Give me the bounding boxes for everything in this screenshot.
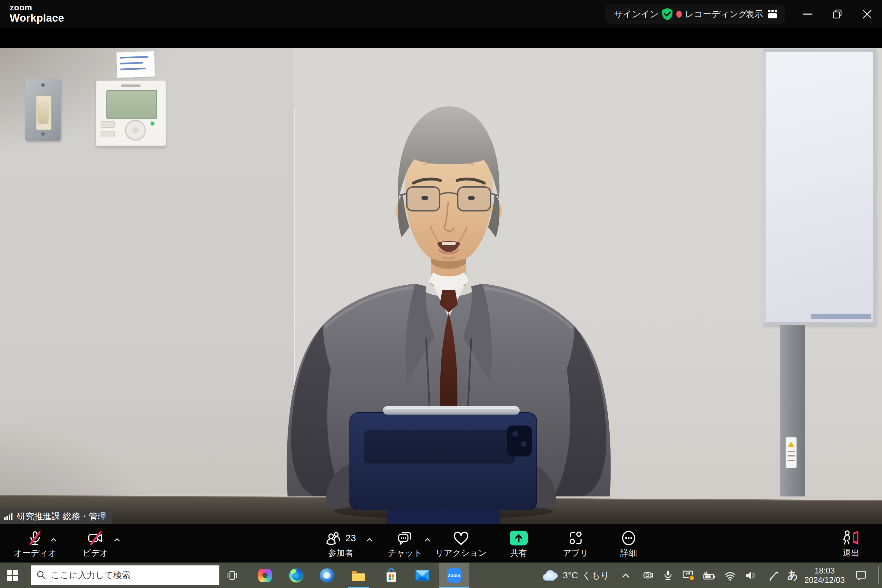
audio-button[interactable]: オーディオ xyxy=(14,524,56,562)
minimize-button[interactable] xyxy=(797,0,819,28)
action-center-button[interactable] xyxy=(852,562,870,588)
camera-lens xyxy=(512,431,518,437)
chat-button[interactable]: チャット xyxy=(388,524,422,562)
meeting-room-scene: 研究推進課 総務・管理 xyxy=(0,48,882,524)
leave-label: 退出 xyxy=(843,548,860,559)
participant-name-text: 研究推進課 総務・管理 xyxy=(17,511,106,522)
audio-label: オーディオ xyxy=(14,548,56,559)
participant-count: 23 xyxy=(346,533,356,543)
leave-button[interactable]: 退出 xyxy=(842,524,860,562)
speaker-icon xyxy=(745,570,757,580)
search-input[interactable] xyxy=(51,570,219,580)
edge-icon xyxy=(289,568,303,582)
clock-time: 18:03 xyxy=(814,566,835,575)
heart-icon xyxy=(453,530,470,546)
weather-condition: くもり xyxy=(582,569,610,582)
tray-pen[interactable] xyxy=(765,562,782,588)
zoom-app-icon: zoom xyxy=(447,568,462,583)
participants-options-chevron[interactable] xyxy=(366,537,373,543)
security-shield-icon[interactable] xyxy=(662,0,673,28)
taskbar-app-store[interactable] xyxy=(380,562,403,588)
video-button[interactable]: ビデオ xyxy=(82,524,108,562)
video-label: ビデオ xyxy=(82,548,108,559)
taskbar-clock[interactable]: 18:03 2024/12/03 xyxy=(802,562,847,588)
camera-lens xyxy=(520,441,526,447)
task-view-button[interactable] xyxy=(222,562,242,588)
participant-name-label: 研究推進課 総務・管理 xyxy=(0,509,112,524)
apps-label: アプリ xyxy=(563,548,589,559)
apps-button[interactable]: アプリ xyxy=(563,524,589,562)
weather-temp: 3°C xyxy=(563,570,578,580)
search-icon xyxy=(36,570,46,580)
reactions-label: リアクション xyxy=(435,548,487,559)
tablet-cover-crease xyxy=(364,430,515,464)
microsoft-store-icon xyxy=(385,568,398,583)
share-screen-button[interactable]: 共有 xyxy=(510,524,528,562)
tray-volume[interactable] xyxy=(742,562,760,588)
tray-wifi[interactable] xyxy=(722,562,739,588)
audio-options-chevron[interactable] xyxy=(50,537,57,543)
taskbar-app-copilot[interactable] xyxy=(254,562,277,588)
running-indicator xyxy=(439,587,470,588)
taskbar-app-thunderbird[interactable] xyxy=(315,562,339,588)
chevron-up-icon xyxy=(621,572,630,579)
more-label: 詳細 xyxy=(620,548,637,559)
show-desktop-separator[interactable] xyxy=(878,566,879,584)
task-view-icon xyxy=(226,570,238,581)
more-button[interactable]: 詳細 xyxy=(620,524,637,562)
windows-logo-icon xyxy=(7,570,18,581)
connection-signal-icon xyxy=(4,512,13,521)
chat-label: チャット xyxy=(388,548,422,559)
clock-date: 2024/12/03 xyxy=(804,575,844,585)
view-label: 表示 xyxy=(746,8,763,20)
start-button[interactable] xyxy=(0,562,25,588)
close-button[interactable] xyxy=(856,0,878,28)
logo-workplace-text: Workplace xyxy=(10,13,64,23)
tray-microphone[interactable] xyxy=(660,562,676,588)
hidden-icons-button[interactable] xyxy=(618,562,634,588)
participants-button[interactable]: 23 参加者 xyxy=(326,524,356,562)
participants-icon xyxy=(326,530,342,546)
more-ellipsis-icon xyxy=(620,530,637,546)
tray-camera[interactable] xyxy=(640,562,656,588)
restore-button[interactable] xyxy=(826,0,848,28)
leave-meeting-icon xyxy=(842,530,860,546)
pen-icon xyxy=(768,570,779,581)
ime-label: あ xyxy=(787,568,798,582)
presenter-illustration xyxy=(0,48,882,524)
zoom-workplace-window: zoom Workplace サインイン レコーディング 表示 xyxy=(0,0,882,588)
taskbar-search[interactable] xyxy=(31,565,219,585)
weather-widget[interactable]: 3°C くもり xyxy=(542,562,610,588)
view-button[interactable]: 表示 xyxy=(746,0,778,28)
apps-icon xyxy=(568,530,584,546)
reactions-button[interactable]: リアクション xyxy=(435,524,487,562)
taskbar-app-edge[interactable] xyxy=(285,562,308,588)
shield-check-icon xyxy=(662,8,673,21)
camera-muted-icon xyxy=(86,530,105,546)
share-label: 共有 xyxy=(510,548,527,559)
recording-indicator: レコーディング xyxy=(676,0,747,28)
ime-indicator[interactable]: あ xyxy=(784,562,801,588)
zoom-icon-text: zoom xyxy=(448,573,460,578)
sign-in-button[interactable]: サインイン xyxy=(614,0,658,28)
tablet-camera-module xyxy=(507,426,532,456)
share-icon xyxy=(510,531,528,546)
minimize-icon xyxy=(803,13,812,15)
stylus-pencil xyxy=(383,406,520,415)
titlebar: zoom Workplace サインイン レコーディング 表示 xyxy=(0,0,882,28)
tray-battery[interactable] xyxy=(700,562,718,588)
recording-dot-icon xyxy=(676,10,682,18)
zoom-workplace-logo: zoom Workplace xyxy=(10,3,64,23)
chat-options-chevron[interactable] xyxy=(424,537,431,543)
taskbar-app-file-explorer[interactable] xyxy=(347,562,370,588)
video-options-chevron[interactable] xyxy=(114,537,121,543)
notification-icon xyxy=(856,570,867,581)
tray-display-sync[interactable] xyxy=(680,562,698,588)
recording-label: レコーディング xyxy=(685,8,747,20)
taskbar-app-mail[interactable] xyxy=(411,562,434,588)
main-video-tile: 研究推進課 総務・管理 xyxy=(0,28,882,524)
cloud-icon xyxy=(542,569,559,582)
taskbar-app-zoom[interactable]: zoom xyxy=(439,562,470,588)
display-sync-icon xyxy=(682,570,695,581)
windows-taskbar: zoom 3°C くもり xyxy=(0,562,882,588)
